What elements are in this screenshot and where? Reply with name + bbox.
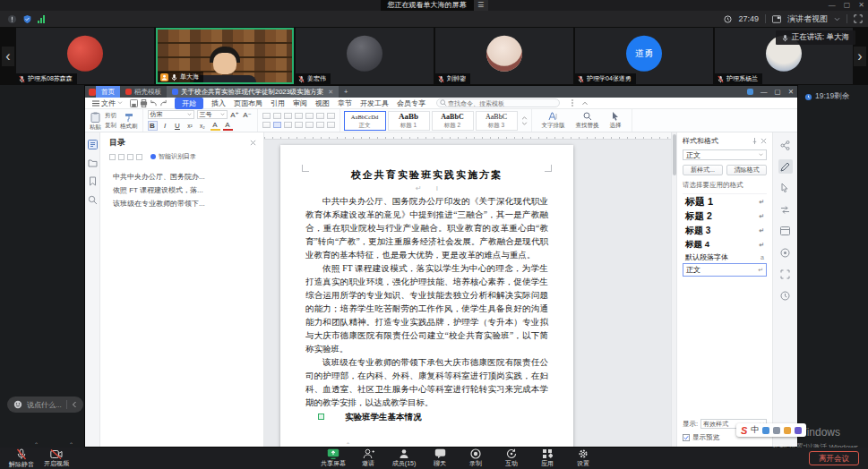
pin-icon[interactable] [752,138,758,144]
font-size-select[interactable]: 三号 [197,110,228,119]
ime-keyboard-icon[interactable] [773,427,780,434]
style-item-default-font[interactable]: 默认段落字体a [683,252,767,263]
view-mode-selector[interactable]: 演讲者视图 [787,13,828,25]
toc-level-checkbox[interactable] [118,154,125,160]
chat-button[interactable]: 聊天 [422,448,458,466]
close-tab-icon[interactable]: ✕ [328,89,333,96]
style-item-heading2[interactable]: 标题 2↵ [683,209,767,224]
paste-button[interactable]: 粘贴 [90,112,101,130]
toc-level-checkbox[interactable] [109,154,116,160]
tab-document[interactable]: 关于校企共育实验班现代学徒制2023级实施方案✕ [167,86,339,98]
quick-chat-bubble[interactable]: 说点什么... [7,397,83,413]
bold-button[interactable]: B [148,121,158,131]
sort-icon[interactable] [327,113,335,119]
style-normal[interactable]: AaBbCcDd正文 [344,111,386,131]
ribbon-tab-page-layout[interactable]: 页面布局 [234,98,262,108]
bookmark-icon[interactable] [89,176,97,186]
undo-icon[interactable] [150,99,158,107]
line-spacing-icon[interactable] [305,122,314,128]
ribbon-tab-home[interactable]: 开始 [175,98,203,109]
scan-icon[interactable] [778,267,793,281]
toc-item[interactable]: 中共中央办公厅、国务院办... [100,170,263,183]
card-view-icon[interactable] [778,224,793,238]
ribbon-tab-insert[interactable]: 插入 [211,98,226,108]
toc-item[interactable]: 该班级在专业教师的带领下... [100,197,263,210]
indent-icon[interactable] [295,113,303,119]
select-tool-button[interactable]: 选择 [605,112,627,130]
share-doc-icon[interactable] [778,138,793,152]
gallery-up-icon[interactable] [521,116,528,120]
ribbon-tab-references[interactable]: 引用 [271,98,285,108]
italic-button[interactable]: I [160,122,170,130]
smart-toc-toggle[interactable]: 智能识别目录 [150,152,196,161]
close-styles-icon[interactable] [761,138,767,144]
wps-minimize-button[interactable]: — [761,88,768,96]
style-heading3[interactable]: AaBbC标题 3 [476,111,518,131]
ime-skin-icon[interactable] [762,427,769,434]
participant-tile[interactable]: 护理系08苏森森 [16,28,154,84]
redo-icon[interactable] [159,99,168,107]
ribbon-tab-view[interactable]: 视图 [315,98,330,108]
security-shield-icon[interactable] [22,14,32,24]
style-item-normal[interactable]: 正文↵ [683,263,767,277]
collapse-ribbon-icon[interactable] [581,101,589,106]
command-search-input[interactable] [436,98,560,107]
invite-button[interactable]: 邀请 [350,448,386,466]
numbered-list-icon[interactable] [273,113,281,119]
paragraph-mark-icon[interactable] [316,113,324,119]
more-options-icon[interactable] [569,99,576,107]
border-icon[interactable] [327,122,335,128]
style-item-heading3[interactable]: 标题 3↵ [683,224,767,238]
toc-item[interactable]: 依照 FT 课程建设模式，落... [100,183,263,197]
banner-menu-icon[interactable]: ☰ [474,0,488,11]
justify-icon[interactable] [295,122,303,128]
file-menu[interactable]: 文件 [92,98,123,108]
document-canvas[interactable]: 校企共育实验班实践实施方案 ↵ I 中共中央办公厅、国务院办公厅印发的《关于深化… [264,132,671,447]
new-tab-button[interactable]: + [339,86,353,98]
record-button[interactable]: 录制 [458,448,494,466]
style-item-heading1[interactable]: 标题 1↵ [683,194,767,209]
video-options-caret[interactable]: ⌃ [69,441,73,467]
edit-pen-icon[interactable] [778,159,793,174]
current-style-select[interactable]: 正文 [683,149,767,160]
outdent-icon[interactable] [284,113,292,119]
meeting-info-icon[interactable] [7,14,17,24]
tab-home[interactable]: 首页 [96,86,120,98]
minimize-button[interactable]: — [829,0,836,11]
highlight-color-button[interactable]: A [211,121,220,131]
ime-settings-icon[interactable] [795,427,802,434]
participant-tile[interactable]: 道勇 护理学04张道勇 [575,28,713,84]
grow-font-button[interactable]: A⁺ [230,111,240,119]
ribbon-tab-developer[interactable]: 开发工具 [360,98,389,108]
copy-button[interactable]: 复制 [105,122,116,130]
ime-toolbar[interactable]: S 中 [736,423,806,437]
close-button[interactable]: ✕ [858,0,864,11]
clear-format-button[interactable]: 清除格式 [726,165,767,175]
toc-level-checkbox[interactable] [127,154,133,160]
interact-button[interactable]: 互动 [494,448,529,466]
cut-button[interactable]: 剪切 [105,112,116,120]
print-icon[interactable] [140,99,148,107]
subscript-button[interactable]: x₂ [198,123,208,129]
history-clock-icon[interactable] [778,288,793,303]
ime-toolbox-icon[interactable] [784,427,791,434]
toc-level-checkbox[interactable] [136,154,142,160]
format-painter-button[interactable]: 格式刷 [120,113,138,129]
account-avatar[interactable] [747,89,753,95]
wps-maximize-button[interactable]: ▢ [775,88,781,96]
document-page[interactable]: 校企共育实验班实践实施方案 ↵ I 中共中央办公厅、国务院办公厅印发的《关于深化… [280,145,573,447]
leave-meeting-button[interactable]: 离开会议 [809,451,859,465]
save-icon[interactable] [130,99,138,107]
fullscreen-icon[interactable] [854,14,863,23]
wps-close-button[interactable]: ✕ [788,88,794,96]
ribbon-tab-section[interactable]: 章节 [338,98,352,108]
chat-placeholder[interactable]: 说点什么... [27,400,62,410]
maximize-button[interactable]: ▢ [844,0,851,11]
network-signal-icon[interactable] [38,15,45,23]
track-changes-icon[interactable] [778,202,793,217]
style-heading2[interactable]: AaBbC标题 2 [432,111,474,131]
participant-tile[interactable]: 单大海 [156,28,294,84]
scroll-videos-left-button[interactable]: ‹ [2,47,14,66]
scroll-videos-right-button[interactable]: › [854,47,866,66]
close-toc-icon[interactable] [250,140,256,146]
